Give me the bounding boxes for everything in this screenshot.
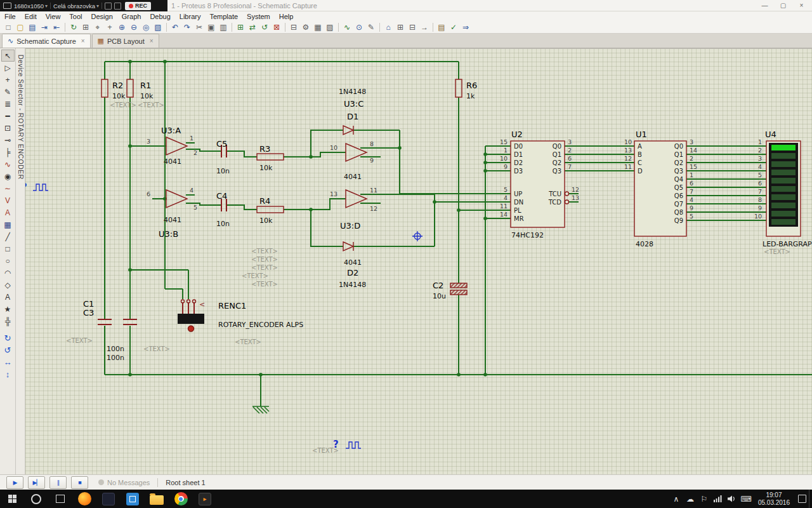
zoom-out-icon[interactable]: ⊖ xyxy=(128,22,140,32)
menu-design[interactable]: Design xyxy=(87,13,117,20)
menu-edit[interactable]: Edit xyxy=(20,13,41,20)
remove-sheet-icon[interactable]: ⊟ xyxy=(407,22,418,32)
record-button[interactable]: REC xyxy=(125,2,151,10)
tray-cloud-icon[interactable]: ☁ xyxy=(683,490,697,508)
block-move-icon[interactable]: ⇄ xyxy=(247,22,258,32)
block-rotate-icon[interactable]: ↺ xyxy=(259,22,270,32)
menu-library[interactable]: Library xyxy=(175,13,206,20)
rotate-clockwise-icon[interactable]: ↻ xyxy=(1,332,15,344)
device-pin-tool-icon[interactable]: ╞ xyxy=(1,146,15,158)
recorder-resolution[interactable]: 1680x1050 xyxy=(14,3,44,10)
resistor-R6[interactable] xyxy=(455,79,462,97)
play-button[interactable]: ▶ xyxy=(6,476,23,489)
copy-icon[interactable]: ▣ xyxy=(206,22,217,32)
redraw-icon[interactable]: ↻ xyxy=(68,22,79,32)
decompose-icon[interactable]: ▨ xyxy=(324,22,336,32)
export-file-icon[interactable]: ⇤ xyxy=(51,22,62,32)
step-button[interactable]: ▶▏ xyxy=(28,476,45,489)
goto-sheet-icon[interactable]: → xyxy=(419,22,430,32)
capacitor-C3[interactable] xyxy=(123,319,137,324)
marker-tool-icon[interactable]: ╬ xyxy=(1,315,15,327)
terminal-tool-icon[interactable]: ⊸ xyxy=(1,134,15,146)
bill-of-materials-icon[interactable]: ▤ xyxy=(436,22,447,32)
wire-autorouter-icon[interactable]: ∿ xyxy=(341,22,353,32)
arc-tool-icon[interactable]: ◠ xyxy=(1,267,15,279)
block-delete-icon[interactable]: ⊠ xyxy=(271,22,282,32)
text-tool-icon[interactable]: A xyxy=(1,291,15,303)
tray-expand-icon[interactable]: ∧ xyxy=(669,490,683,508)
mirror-vertical-icon[interactable]: ↕ xyxy=(1,368,15,380)
design-explorer-icon[interactable]: ⌂ xyxy=(383,22,394,32)
capacitor-C2[interactable] xyxy=(450,283,467,295)
cut-icon[interactable]: ✂ xyxy=(193,22,205,32)
capacitor-C4[interactable] xyxy=(221,199,226,211)
generator-tool-icon[interactable]: ∼ xyxy=(1,182,15,194)
menu-file[interactable]: File xyxy=(0,13,20,20)
text-script-tool-icon[interactable]: ≣ xyxy=(1,98,15,110)
taskbar-clock[interactable]: 19:07 05.03.2016 xyxy=(753,491,795,506)
menu-system[interactable]: System xyxy=(242,13,275,20)
symbol-tool-icon[interactable]: ★ xyxy=(1,303,15,315)
buffer-U3A[interactable] xyxy=(166,137,187,155)
tab-pcb-layout[interactable]: ▦ PCB Layout × xyxy=(92,34,159,48)
subcircuit-tool-icon[interactable]: ⊡ xyxy=(1,122,15,134)
make-device-icon[interactable]: ⚙ xyxy=(300,22,311,32)
import-file-icon[interactable]: ⇥ xyxy=(39,22,50,32)
instrument-tool-icon[interactable]: ▦ xyxy=(1,218,15,231)
recorder-mode[interactable]: Celá obrazovka xyxy=(53,3,95,10)
diode-D1[interactable] xyxy=(343,126,353,135)
stop-button[interactable]: ■ xyxy=(71,476,88,489)
zoom-in-icon[interactable]: ⊕ xyxy=(116,22,128,32)
schematic[interactable]: R2R1U3:AC5R3U3:CD1U3:BC4R4U3:DD2R6C2U2U1… xyxy=(25,48,812,474)
save-project-icon[interactable]: ▤ xyxy=(27,22,38,32)
paste-icon[interactable]: ▥ xyxy=(218,22,229,32)
component-tool-icon[interactable]: ▷ xyxy=(1,62,15,74)
menu-tool[interactable]: Tool xyxy=(65,13,86,20)
maximize-button[interactable]: ▢ xyxy=(774,0,792,11)
property-assignment-icon[interactable]: ✎ xyxy=(365,22,377,32)
taskbar-firefox[interactable] xyxy=(72,490,96,508)
recorder-camera-icon[interactable] xyxy=(114,3,121,10)
menu-view[interactable]: View xyxy=(41,13,65,20)
undo-icon[interactable]: ↶ xyxy=(169,22,181,32)
tab-schematic-capture[interactable]: ∿ Schematic Capture × xyxy=(2,34,91,48)
new-sheet-icon[interactable]: ⊞ xyxy=(395,22,406,32)
menu-debug[interactable]: Debug xyxy=(145,13,174,20)
new-project-icon[interactable]: □ xyxy=(3,22,14,32)
resistor-R2[interactable] xyxy=(102,79,108,97)
tape-recorder-tool-icon[interactable]: ◉ xyxy=(1,170,15,182)
led-bargraph-U4[interactable] xyxy=(766,141,801,236)
block-copy-icon[interactable]: ⊞ xyxy=(235,22,246,32)
recorder-settings-icon[interactable] xyxy=(105,3,112,10)
junction-dot-tool-icon[interactable]: + xyxy=(1,74,15,86)
rotate-anticlockwise-icon[interactable]: ↺ xyxy=(1,344,15,356)
circle-tool-icon[interactable]: ○ xyxy=(1,255,15,267)
task-view-button[interactable] xyxy=(48,490,72,508)
electrical-rule-check-icon[interactable]: ✓ xyxy=(448,22,459,32)
action-center-icon[interactable] xyxy=(795,490,809,508)
start-button[interactable] xyxy=(0,490,24,508)
resistor-R3[interactable] xyxy=(257,154,284,160)
current-probe-tool-icon[interactable]: A xyxy=(1,206,15,218)
taskbar-chrome[interactable] xyxy=(169,490,193,508)
packaging-tool-icon[interactable]: ▦ xyxy=(312,22,324,32)
voltage-probe-tool-icon[interactable]: V xyxy=(1,194,15,206)
pause-button[interactable]: ∥ xyxy=(49,476,67,489)
mirror-horizontal-icon[interactable]: ↔ xyxy=(1,356,15,368)
wire-label-tool-icon[interactable]: ✎ xyxy=(1,86,15,98)
taskbar-file-explorer[interactable] xyxy=(145,490,169,508)
tray-keyboard-icon[interactable]: ⌨ xyxy=(739,490,753,508)
netlist-transfer-icon[interactable]: ⇒ xyxy=(460,22,471,32)
false-origin-icon[interactable]: ⌖ xyxy=(92,22,103,32)
taskbar-store[interactable] xyxy=(121,490,145,508)
tray-network-icon[interactable] xyxy=(711,490,725,508)
resistor-R4[interactable] xyxy=(257,206,284,213)
redo-icon[interactable]: ↷ xyxy=(181,22,193,32)
minimize-button[interactable]: — xyxy=(756,0,774,11)
search-button[interactable] xyxy=(24,490,48,508)
zoom-area-icon[interactable]: ▧ xyxy=(152,22,164,32)
menu-template[interactable]: Template xyxy=(205,13,242,20)
open-project-icon[interactable]: ▢ xyxy=(15,22,26,32)
zoom-all-icon[interactable]: ◎ xyxy=(140,22,152,32)
device-selector-caption[interactable]: Device Selector - ROTARY ENCODER xyxy=(16,48,25,474)
